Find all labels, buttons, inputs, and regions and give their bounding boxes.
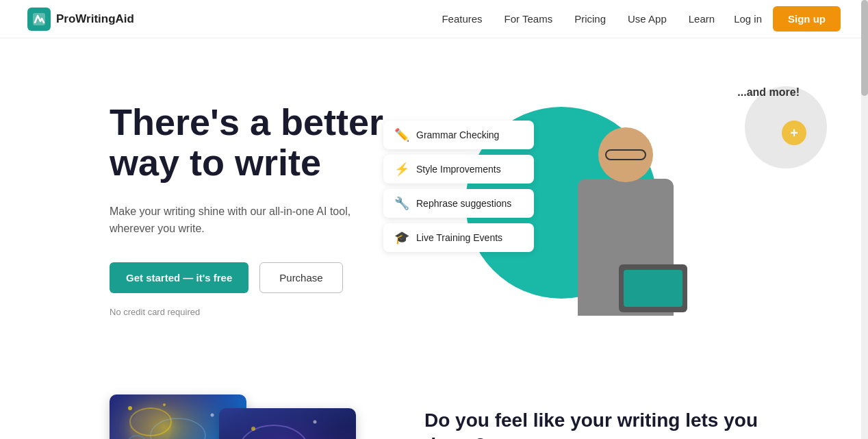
feature-card-rephrase: 🔧 Rephrase suggestions: [383, 189, 534, 218]
logo-text: ProWritingAid: [56, 12, 134, 26]
nav-learn[interactable]: Learn: [689, 13, 715, 25]
grammar-label: Grammar Checking: [416, 129, 499, 140]
nav-links: Features For Teams Pricing Use App Learn: [442, 13, 715, 25]
svg-point-6: [163, 403, 166, 406]
more-text: ...and more!: [737, 86, 800, 99]
hero-person: [550, 121, 701, 340]
hero-subtitle: Make your writing shine with our all-in-…: [110, 203, 370, 238]
rephrase-label: Rephrase suggestions: [416, 198, 511, 209]
hero-buttons: Get started — it's free Purchase: [110, 262, 438, 293]
svg-rect-11: [219, 408, 356, 439]
training-label: Live Training Events: [416, 232, 502, 243]
section2-title: Do you feel like your writing lets you d…: [424, 408, 813, 439]
hero-illustration: ...and more! + ✏️ Grammar Checking ⚡ Sty…: [438, 79, 813, 340]
section2-image: My idea in my head: [110, 394, 370, 439]
purchase-button[interactable]: Purchase: [259, 262, 342, 293]
feature-card-grammar: ✏️ Grammar Checking: [383, 121, 534, 149]
nav-for-teams[interactable]: For Teams: [505, 13, 553, 25]
person-laptop: [619, 264, 687, 312]
svg-point-5: [128, 406, 132, 410]
style-icon: ⚡: [394, 162, 409, 177]
nav-pricing[interactable]: Pricing: [574, 13, 606, 25]
rephrase-icon: 🔧: [394, 196, 409, 211]
plus-badge: +: [782, 121, 806, 145]
feature-cards: ✏️ Grammar Checking ⚡ Style Improvements…: [383, 121, 534, 252]
feature-card-style: ⚡ Style Improvements: [383, 155, 534, 184]
painting-card-2: [219, 408, 356, 439]
grammar-icon: ✏️: [394, 127, 409, 142]
hero-section: There's a better way to write Make your …: [0, 38, 868, 367]
nav-use-app[interactable]: Use App: [628, 13, 667, 25]
svg-point-15: [314, 421, 317, 424]
section2-text: Do you feel like your writing lets you d…: [424, 394, 813, 439]
nav-features[interactable]: Features: [442, 13, 482, 25]
no-credit-card-text: No credit card required: [110, 307, 438, 317]
training-icon: 🎓: [394, 230, 409, 245]
person-glasses: [605, 149, 646, 160]
style-label: Style Improvements: [416, 164, 501, 175]
person-body: [578, 179, 674, 316]
feature-card-training: 🎓 Live Training Events: [383, 223, 534, 252]
get-started-button[interactable]: Get started — it's free: [110, 262, 248, 293]
login-button[interactable]: Log in: [734, 13, 762, 25]
section2: My idea in my head Do you feel like your…: [0, 367, 868, 439]
laptop-screen: [624, 270, 682, 307]
logo-icon: [27, 8, 51, 31]
signup-button[interactable]: Sign up: [773, 6, 841, 32]
person-head: [598, 127, 653, 182]
navbar: ProWritingAid Features For Teams Pricing…: [0, 0, 868, 38]
svg-point-7: [211, 414, 214, 417]
logo-link[interactable]: ProWritingAid: [27, 8, 134, 31]
scrollbar[interactable]: [861, 0, 868, 439]
scrollbar-thumb[interactable]: [861, 0, 868, 96]
svg-point-14: [251, 427, 255, 431]
